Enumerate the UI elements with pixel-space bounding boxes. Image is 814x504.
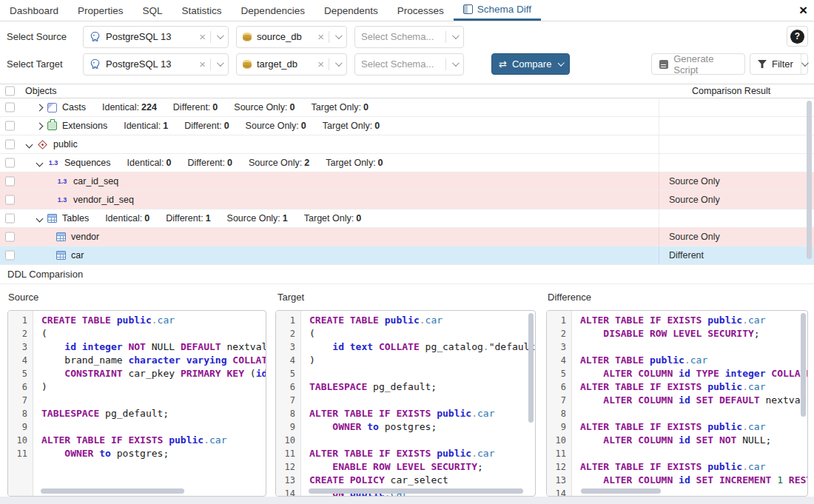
- source-ddl-editor[interactable]: 1234567891011 CREATE TABLE public.car( i…: [7, 310, 266, 497]
- clear-icon[interactable]: ×: [199, 30, 206, 43]
- line-number: 4: [276, 354, 300, 367]
- code-line: [580, 340, 807, 354]
- line-number: 2: [8, 327, 33, 340]
- table-row[interactable]: 1.3vendor_id_seqSource Only: [0, 191, 814, 209]
- line-number: 13: [276, 474, 300, 487]
- line-number-gutter: 1234567891011: [8, 311, 33, 496]
- target-ddl-editor[interactable]: 1234567891011121314 CREATE TABLE public.…: [275, 310, 536, 497]
- objects-cell: 1.3car_id_seq: [0, 172, 659, 190]
- difference-vertical-scrollbar[interactable]: [801, 313, 806, 417]
- code-line: [309, 394, 535, 407]
- source-code: CREATE TABLE public.car( id integer NOT …: [34, 311, 266, 496]
- line-number: 8: [8, 407, 33, 420]
- divider: [329, 58, 329, 70]
- target-schema-select[interactable]: Select Schema...: [354, 53, 464, 75]
- row-label: car: [71, 250, 84, 261]
- chevron-down-icon[interactable]: [452, 59, 460, 67]
- compare-button[interactable]: ⇄ Compare: [491, 53, 570, 75]
- line-number: 9: [547, 420, 571, 434]
- bottom-scroll-area[interactable]: [0, 497, 814, 504]
- source-schema-placeholder: Select Schema...: [361, 31, 445, 42]
- table-row[interactable]: carDifferent: [0, 246, 814, 265]
- help-icon: ?: [790, 30, 804, 44]
- grid-vertical-scrollbar[interactable]: [807, 101, 812, 259]
- code-line: OWNER to postgres;: [41, 447, 266, 460]
- help-button[interactable]: ?: [787, 26, 808, 47]
- stat: Different:0: [184, 121, 229, 131]
- source-database-select[interactable]: source_db ×: [236, 26, 347, 48]
- code-line: ALTER TABLE IF EXISTS public.car: [580, 460, 807, 474]
- row-label: Sequences: [64, 158, 111, 168]
- line-number: 3: [547, 340, 571, 354]
- comparison-result-cell: [659, 98, 798, 116]
- comparison-result-cell: [659, 209, 798, 227]
- target-database-select[interactable]: target_db ×: [236, 53, 347, 75]
- select-target-label: Select Target: [0, 58, 83, 70]
- table-row[interactable]: 1.3SequencesIdentical:0Different:0Source…: [0, 154, 814, 172]
- code-line: CONSTRAINT car_pkey PRIMARY KEY (id): [41, 367, 266, 380]
- table-row[interactable]: public: [0, 135, 814, 154]
- chevron-down-icon[interactable]: [36, 159, 44, 167]
- database-icon: [243, 60, 252, 69]
- stat: Target Only:0: [304, 213, 361, 224]
- tab-statistics[interactable]: Statistics: [172, 0, 232, 21]
- difference-horizontal-scrollbar[interactable]: [581, 488, 661, 494]
- tab-sql[interactable]: SQL: [133, 0, 172, 21]
- objects-cell: 1.3vendor_id_seq: [0, 191, 659, 209]
- table-row[interactable]: ExtensionsIdentical:1Different:0Source O…: [0, 117, 814, 135]
- table-row[interactable]: TablesIdentical:0Different:1Source Only:…: [0, 209, 814, 228]
- filter-label: Filter: [772, 58, 793, 70]
- tab-dashboard[interactable]: Dashboard: [0, 0, 68, 21]
- select-all-checkbox[interactable]: [5, 87, 15, 96]
- objects-cell: car: [0, 246, 659, 264]
- line-number: 2: [547, 327, 571, 340]
- line-number: 4: [8, 354, 33, 367]
- row-label: vendor: [71, 232, 99, 242]
- line-number: 1: [547, 314, 571, 327]
- chevron-down-icon[interactable]: [335, 32, 343, 39]
- line-number: 7: [276, 394, 300, 407]
- clear-icon[interactable]: ×: [317, 30, 324, 43]
- source-horizontal-scrollbar[interactable]: [41, 488, 184, 494]
- tab-properties[interactable]: Properties: [68, 0, 133, 21]
- comparison-result-cell: [659, 117, 798, 135]
- chevron-down-icon[interactable]: [26, 141, 33, 148]
- schema-diff-panel: Dashboard Properties SQL Statistics Depe…: [0, 0, 814, 504]
- code-line: ALTER TABLE IF EXISTS public.car: [309, 447, 535, 460]
- table-row[interactable]: 1.3car_id_seqSource Only: [0, 172, 814, 191]
- grid-header: Objects Comparison Result: [0, 84, 814, 98]
- chevron-down-icon[interactable]: [335, 59, 343, 67]
- target-horizontal-scrollbar[interactable]: [309, 488, 523, 494]
- line-number: 6: [276, 380, 300, 394]
- chevron-down-icon[interactable]: [558, 60, 565, 67]
- sequence-icon: 1.3: [56, 196, 68, 204]
- tab-processes[interactable]: Processes: [388, 0, 454, 21]
- tab-dependents[interactable]: Dependents: [314, 0, 388, 21]
- line-number-gutter: 1234567891011121314: [547, 311, 572, 496]
- chevron-down-icon[interactable]: [217, 32, 224, 39]
- chevron-right-icon[interactable]: [36, 104, 44, 111]
- source-schema-select[interactable]: Select Schema...: [354, 26, 464, 48]
- table-row[interactable]: CastsIdentical:224Different:0Source Only…: [0, 98, 814, 117]
- source-server-select[interactable]: PostgreSQL 13 ×: [83, 26, 229, 48]
- table-row[interactable]: vendorSource Only: [0, 228, 814, 246]
- close-icon[interactable]: ×: [799, 2, 807, 19]
- tab-dependencies[interactable]: Dependencies: [232, 0, 314, 21]
- chevron-down-icon[interactable]: [217, 59, 224, 67]
- chevron-down-icon[interactable]: [452, 32, 460, 39]
- filter-button[interactable]: Filter: [750, 53, 808, 75]
- clear-icon[interactable]: ×: [199, 58, 206, 70]
- line-number: 1: [8, 314, 33, 327]
- target-vertical-scrollbar[interactable]: [528, 313, 534, 423]
- chevron-down-icon[interactable]: [36, 215, 44, 222]
- target-server-select[interactable]: PostgreSQL 13 ×: [83, 53, 229, 75]
- difference-ddl-editor[interactable]: 1234567891011121314 ALTER TABLE IF EXIST…: [546, 310, 808, 497]
- filter-dropdown-button[interactable]: [801, 54, 807, 74]
- chevron-right-icon[interactable]: [36, 122, 44, 130]
- tab-bar: Dashboard Properties SQL Statistics Depe…: [0, 0, 814, 21]
- code-line: id integer NOT NULL DEFAULT nextval(': [41, 340, 266, 354]
- generate-script-button[interactable]: Generate Script: [651, 53, 745, 75]
- clear-icon[interactable]: ×: [317, 58, 324, 70]
- line-number: 14: [276, 487, 300, 497]
- tab-schema-diff[interactable]: Schema Diff: [454, 0, 541, 21]
